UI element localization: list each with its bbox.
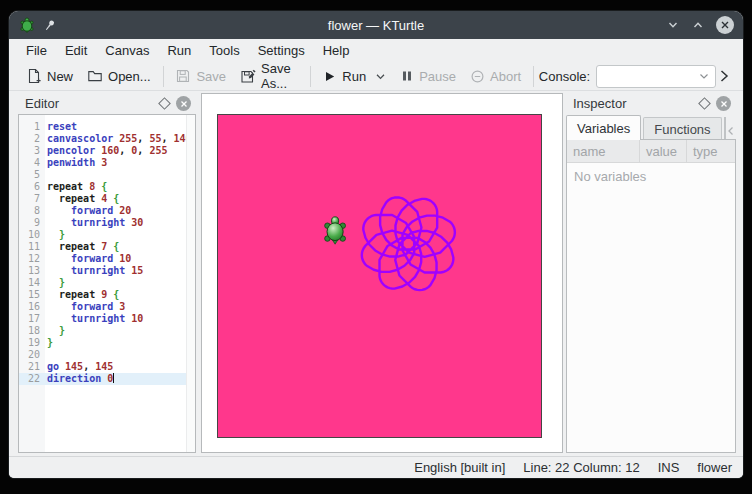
code-line-1[interactable]: 1reset <box>19 121 195 133</box>
code-line-13[interactable]: 13 turnright 15 <box>19 265 195 277</box>
run-play-icon <box>322 69 337 84</box>
code-line-3[interactable]: 3pencolor 160, 0, 255 <box>19 145 195 157</box>
run-button[interactable]: Run <box>315 66 393 87</box>
canvas-view <box>201 93 563 453</box>
status-insert-mode[interactable]: INS <box>658 460 680 475</box>
line-number: 3 <box>19 145 45 157</box>
code-line-19[interactable]: 19} <box>19 337 195 349</box>
console-label: Console: <box>539 69 590 84</box>
code-line-7[interactable]: 7 repeat 4 { <box>19 193 195 205</box>
statusbar: English [built in]Line: 22 Column: 12INS… <box>9 456 743 478</box>
code-line-12[interactable]: 12 forward 10 <box>19 253 195 265</box>
tab-scroll-left-icon[interactable] <box>726 126 736 136</box>
status-language[interactable]: English [built in] <box>414 460 505 475</box>
line-number: 17 <box>19 313 45 325</box>
status-filename[interactable]: flower <box>697 460 732 475</box>
save-as-button[interactable]: Save As... <box>233 58 305 94</box>
code-line-17[interactable]: 17 turnright 10 <box>19 313 195 325</box>
tab-functions[interactable]: Functions <box>643 117 721 140</box>
close-button[interactable] <box>716 16 734 34</box>
save-floppy-icon <box>175 68 191 84</box>
code-line-16[interactable]: 16 forward 3 <box>19 301 195 313</box>
open-button[interactable]: Open... <box>80 65 158 87</box>
menu-item-canvas[interactable]: Canvas <box>96 40 158 61</box>
code-text: repeat 7 { <box>45 241 119 253</box>
inspector-tabs: VariablesFunctions <box>566 115 736 140</box>
kturtle-window: flower — KTurtle FileEditCanvasRunToolsS… <box>9 11 743 478</box>
code-text: repeat 9 { <box>45 289 119 301</box>
code-line-21[interactable]: 21go 145, 145 <box>19 361 195 373</box>
code-text: pencolor 160, 0, 255 <box>45 145 167 157</box>
code-text: direction 0 <box>45 373 114 385</box>
float-dock-icon[interactable] <box>158 97 171 110</box>
abort-button[interactable]: Abort <box>463 66 528 87</box>
code-line-11[interactable]: 11 repeat 7 { <box>19 241 195 253</box>
save-button[interactable]: Save <box>168 65 233 87</box>
line-number: 2 <box>19 133 45 145</box>
code-line-4[interactable]: 4penwidth 3 <box>19 157 195 169</box>
menu-item-help[interactable]: Help <box>314 40 359 61</box>
code-line-15[interactable]: 15 repeat 9 { <box>19 289 195 301</box>
line-number: 15 <box>19 289 45 301</box>
code-line-2[interactable]: 2canvascolor 255, 55, 140 <box>19 133 195 145</box>
float-dock-icon[interactable] <box>698 97 711 110</box>
line-number: 5 <box>19 169 45 181</box>
line-number: 19 <box>19 337 45 349</box>
inspector-dock-titlebar[interactable]: Inspector <box>565 93 737 114</box>
abort-circle-minus-icon <box>470 69 485 84</box>
run-button-label: Run <box>342 69 366 84</box>
column-header-type[interactable]: type <box>687 140 735 162</box>
line-number: 7 <box>19 193 45 205</box>
save-as-button-label: Save As... <box>261 61 298 91</box>
save-button-label: Save <box>196 69 226 84</box>
menubar: FileEditCanvasRunToolsSettingsHelp <box>9 39 743 62</box>
code-text: } <box>45 277 65 289</box>
line-number: 13 <box>19 265 45 277</box>
close-dock-icon[interactable] <box>716 96 731 111</box>
minimize-button[interactable] <box>666 18 680 32</box>
turtle-app-icon <box>19 17 35 33</box>
pause-button[interactable]: Pause <box>393 66 463 87</box>
pause-icon <box>400 69 414 83</box>
tab-variables[interactable]: Variables <box>566 115 641 140</box>
column-header-value[interactable]: value <box>640 140 687 162</box>
code-line-9[interactable]: 9 turnright 30 <box>19 217 195 229</box>
inspector-dock-title: Inspector <box>573 96 626 111</box>
no-variables-text: No variables <box>567 163 735 184</box>
console-input[interactable] <box>596 65 716 88</box>
code-line-14[interactable]: 14 } <box>19 277 195 289</box>
code-line-20[interactable]: 20 <box>19 349 195 361</box>
toolbar-extension-button[interactable] <box>716 68 732 84</box>
tab-scroll-right-icon[interactable] <box>740 126 743 136</box>
code-line-6[interactable]: 6repeat 8 { <box>19 181 195 193</box>
pin-icon[interactable] <box>44 19 56 32</box>
menu-item-file[interactable]: File <box>17 40 56 61</box>
editor-dock: Editor 1reset2canvascolor 255, 55, 1403p… <box>17 93 197 453</box>
titlebar[interactable]: flower — KTurtle <box>9 11 743 39</box>
code-line-5[interactable]: 5 <box>19 169 195 181</box>
new-button-label: New <box>47 69 73 84</box>
code-text: repeat 4 { <box>45 193 119 205</box>
code-text: } <box>45 229 65 241</box>
maximize-button[interactable] <box>691 18 705 32</box>
menu-item-edit[interactable]: Edit <box>56 40 96 61</box>
line-number: 12 <box>19 253 45 265</box>
column-header-name[interactable]: name <box>567 140 640 162</box>
code-line-10[interactable]: 10 } <box>19 229 195 241</box>
editor-dock-titlebar[interactable]: Editor <box>17 93 197 114</box>
run-dropdown-chevron-icon[interactable] <box>375 71 386 82</box>
code-line-8[interactable]: 8 forward 20 <box>19 205 195 217</box>
code-line-18[interactable]: 18 } <box>19 325 195 337</box>
code-editor[interactable]: 1reset2canvascolor 255, 55, 1403pencolor… <box>18 114 196 453</box>
line-number: 9 <box>19 217 45 229</box>
turtle-canvas[interactable] <box>217 114 542 438</box>
new-button[interactable]: New <box>19 65 80 87</box>
menu-item-run[interactable]: Run <box>158 40 200 61</box>
status-cursor-position[interactable]: Line: 22 Column: 12 <box>523 460 639 475</box>
code-text <box>45 169 47 181</box>
editor-scrollbar[interactable] <box>186 115 195 452</box>
close-dock-icon[interactable] <box>176 96 191 111</box>
code-text: repeat 8 { <box>45 181 107 193</box>
variables-table: namevaluetype No variables <box>566 139 736 453</box>
code-line-22[interactable]: 22direction 0 <box>19 373 195 385</box>
